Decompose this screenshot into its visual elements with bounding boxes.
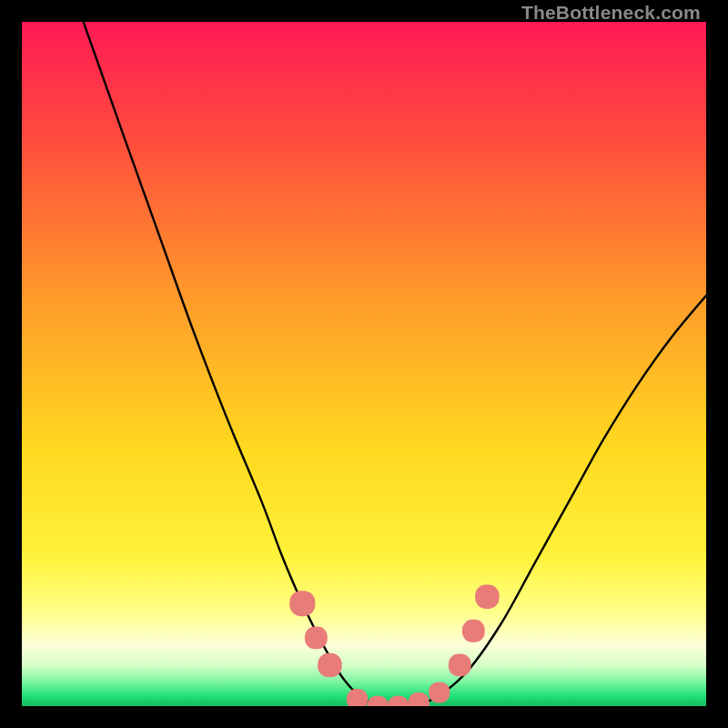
curve-marker <box>305 626 328 649</box>
curve-marker <box>289 591 315 616</box>
curve-marker <box>388 695 409 706</box>
curve-marker <box>409 693 430 706</box>
curve-marker <box>475 584 499 608</box>
curve-marker <box>367 695 388 706</box>
curve-marker <box>318 653 341 677</box>
curve-marker <box>462 620 485 642</box>
curve-marker <box>449 653 471 676</box>
curve-path <box>84 22 706 706</box>
watermark-text: TheBottleneck.com <box>521 2 701 24</box>
curve-marker <box>347 689 368 706</box>
plot-frame <box>22 22 706 706</box>
curve-marker <box>429 682 450 703</box>
bottleneck-curve <box>22 22 706 706</box>
